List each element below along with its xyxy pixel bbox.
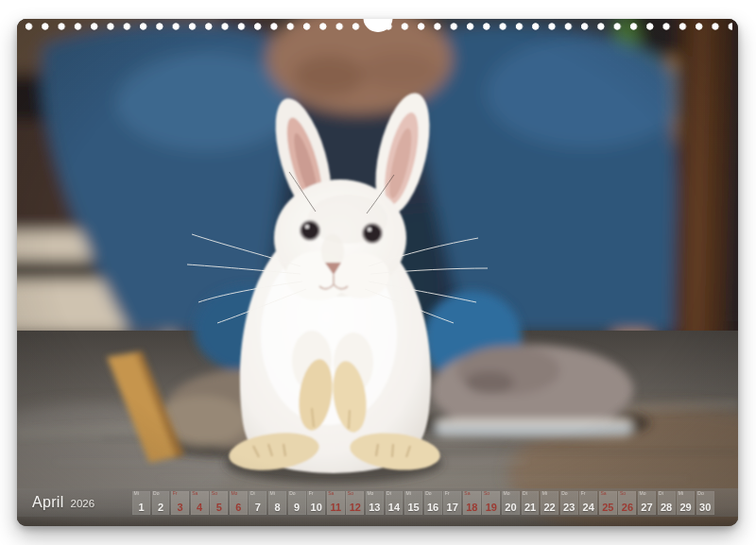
- day-weekday-label: Do: [561, 491, 567, 496]
- day-weekday-label: Fr: [581, 491, 586, 496]
- day-weekday-label: Sa: [192, 491, 198, 496]
- day-number: 1: [132, 502, 150, 513]
- day-number: 28: [658, 502, 676, 513]
- calendar-page: April2026 Mi 1 Do 2 Fr 3 Sa 4 So 5 Mo 6 …: [17, 19, 738, 526]
- day-number: 30: [696, 502, 714, 513]
- day-cell: Mo 20: [502, 491, 520, 515]
- day-weekday-label: Mo: [503, 491, 509, 496]
- day-number: 25: [599, 502, 617, 513]
- day-cell: Do 16: [424, 491, 442, 515]
- day-weekday-label: Mi: [270, 491, 275, 496]
- day-weekday-label: Fr: [309, 491, 314, 496]
- day-weekday-label: Do: [425, 491, 431, 496]
- month-year-label: April2026: [32, 494, 94, 511]
- day-weekday-label: Sa: [328, 491, 334, 496]
- day-number: 4: [191, 502, 209, 513]
- day-number: 12: [346, 502, 364, 513]
- day-number: 24: [579, 502, 597, 513]
- day-cell: Di 14: [386, 491, 404, 515]
- day-cell: Mi 22: [541, 491, 558, 515]
- day-number: 22: [541, 502, 558, 513]
- day-weekday-label: So: [212, 491, 217, 496]
- rabbit-photo-illustration: [17, 19, 738, 526]
- day-number: 21: [522, 502, 540, 513]
- day-weekday-label: Fr: [173, 491, 178, 496]
- day-number: 5: [210, 502, 228, 513]
- day-cell: Do 2: [152, 491, 170, 515]
- day-cell: So 5: [210, 491, 228, 515]
- day-number: 9: [288, 502, 306, 513]
- day-cell: Di 28: [658, 491, 676, 515]
- day-weekday-label: Mi: [134, 491, 139, 496]
- day-weekday-label: Mi: [406, 491, 411, 496]
- day-number: 8: [268, 502, 286, 513]
- day-number: 11: [327, 502, 345, 513]
- day-number: 10: [307, 502, 325, 513]
- day-number: 18: [463, 502, 481, 513]
- day-number: 6: [230, 502, 248, 513]
- day-cell: Sa 18: [463, 491, 481, 515]
- day-weekday-label: So: [620, 491, 626, 496]
- day-weekday-label: Do: [697, 491, 703, 496]
- day-cell: Fr 10: [307, 491, 325, 515]
- calendar-strip: April2026 Mi 1 Do 2 Fr 3 Sa 4 So 5 Mo 6 …: [17, 488, 738, 517]
- day-cell: Sa 11: [327, 491, 345, 515]
- day-cell: Mi 15: [404, 491, 422, 515]
- day-cell: Sa 25: [599, 491, 617, 515]
- month-label: April: [32, 494, 64, 510]
- day-number: 15: [404, 502, 422, 513]
- day-number: 13: [366, 502, 384, 513]
- day-cell: Di 7: [249, 491, 266, 515]
- day-number: 26: [618, 502, 636, 513]
- day-number: 27: [638, 502, 656, 513]
- day-cell: Do 23: [560, 491, 578, 515]
- day-cell: So 19: [482, 491, 500, 515]
- day-cell: Mo 27: [638, 491, 656, 515]
- day-weekday-label: So: [348, 491, 353, 496]
- day-weekday-label: Do: [289, 491, 295, 496]
- day-cell: Sa 4: [191, 491, 209, 515]
- day-weekday-label: Di: [659, 491, 663, 496]
- day-weekday-label: Do: [153, 491, 159, 496]
- day-number: 3: [171, 502, 189, 513]
- day-weekday-label: So: [484, 491, 490, 496]
- day-cell: Mo 13: [366, 491, 384, 515]
- day-weekday-label: Mo: [367, 491, 373, 496]
- day-number: 16: [424, 502, 442, 513]
- day-weekday-label: Mi: [679, 491, 683, 496]
- day-number: 7: [249, 502, 266, 513]
- day-cell: Di 21: [522, 491, 540, 515]
- day-cell: Do 9: [288, 491, 306, 515]
- day-cell: Fr 17: [443, 491, 461, 515]
- day-number: 20: [502, 502, 520, 513]
- day-weekday-label: Sa: [464, 491, 470, 496]
- year-label: 2026: [71, 498, 95, 509]
- day-number: 29: [677, 502, 695, 513]
- day-cell: Fr 3: [171, 491, 189, 515]
- day-number: 17: [443, 502, 461, 513]
- day-cell: Mi 8: [268, 491, 286, 515]
- day-weekday-label: Mi: [542, 491, 547, 496]
- day-cell: So 12: [346, 491, 364, 515]
- day-number: 23: [560, 502, 578, 513]
- day-strip: Mi 1 Do 2 Fr 3 Sa 4 So 5 Mo 6 Di 7 Mi 8 …: [132, 491, 714, 515]
- day-weekday-label: Fr: [445, 491, 450, 496]
- day-number: 14: [386, 502, 404, 513]
- day-weekday-label: Sa: [600, 491, 606, 496]
- day-number: 2: [152, 502, 170, 513]
- day-cell: Mi 29: [677, 491, 695, 515]
- day-weekday-label: Di: [523, 491, 527, 496]
- day-cell: Mo 6: [230, 491, 248, 515]
- day-cell: Mi 1: [132, 491, 150, 515]
- day-cell: Fr 24: [579, 491, 597, 515]
- day-weekday-label: Di: [250, 491, 255, 496]
- day-cell: Do 30: [696, 491, 714, 515]
- day-cell: So 26: [618, 491, 636, 515]
- day-number: 19: [482, 502, 500, 513]
- day-weekday-label: Mo: [640, 491, 646, 496]
- day-weekday-label: Di: [387, 491, 391, 496]
- calendar-product-image: April2026 Mi 1 Do 2 Fr 3 Sa 4 So 5 Mo 6 …: [0, 0, 756, 545]
- day-weekday-label: Mo: [231, 491, 237, 496]
